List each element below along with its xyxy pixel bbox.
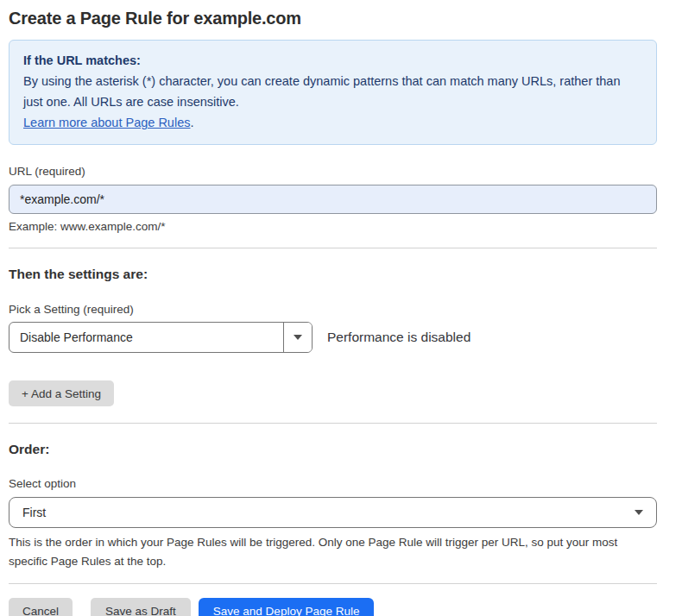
- order-section-heading: Order:: [9, 442, 657, 457]
- divider: [9, 248, 657, 248]
- url-field-label: URL (required): [9, 165, 657, 178]
- page-title: Create a Page Rule for example.com: [9, 9, 657, 28]
- divider: [9, 583, 657, 584]
- link-suffix: .: [190, 116, 193, 129]
- info-box-link-line: Learn more about Page Rules.: [23, 112, 642, 133]
- setting-select-value: Disable Performance: [9, 323, 283, 352]
- add-setting-button[interactable]: + Add a Setting: [9, 380, 114, 406]
- setting-select[interactable]: Disable Performance: [9, 322, 313, 353]
- url-field-group: URL (required) Example: www.example.com/…: [9, 165, 657, 233]
- order-select[interactable]: First: [9, 497, 657, 528]
- info-box-body: By using the asterisk (*) character, you…: [23, 71, 642, 112]
- order-select-value: First: [22, 506, 46, 519]
- settings-section-heading: Then the settings are:: [9, 267, 657, 282]
- url-match-info-box: If the URL matches: By using the asteris…: [9, 40, 657, 145]
- url-example-text: Example: www.example.com/*: [9, 220, 657, 233]
- learn-more-link[interactable]: Learn more about Page Rules: [23, 116, 190, 129]
- url-input[interactable]: [9, 185, 657, 214]
- chevron-down-icon: [294, 335, 302, 340]
- setting-row: Disable Performance Performance is disab…: [9, 322, 657, 353]
- setting-status-text: Performance is disabled: [327, 330, 470, 345]
- page-rule-form: Create a Page Rule for example.com If th…: [9, 0, 657, 616]
- order-help-text: This is the order in which your Page Rul…: [9, 533, 652, 571]
- chevron-down-icon: [635, 510, 643, 515]
- save-and-deploy-button[interactable]: Save and Deploy Page Rule: [199, 598, 375, 616]
- save-as-draft-button[interactable]: Save as Draft: [91, 598, 191, 616]
- cancel-button[interactable]: Cancel: [9, 598, 73, 616]
- order-select-label: Select option: [9, 477, 657, 490]
- pick-setting-label: Pick a Setting (required): [9, 303, 657, 316]
- divider: [9, 423, 657, 424]
- setting-select-arrow-button[interactable]: [283, 323, 312, 352]
- footer-actions: Cancel Save as Draft Save and Deploy Pag…: [9, 598, 657, 616]
- info-box-heading: If the URL matches:: [23, 50, 642, 71]
